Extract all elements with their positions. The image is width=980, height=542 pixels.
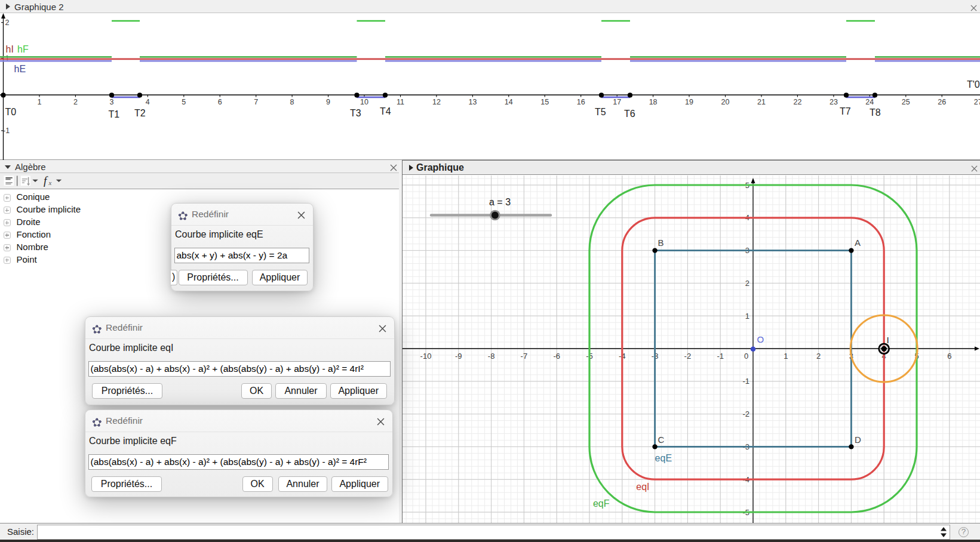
svg-text:23: 23	[830, 98, 838, 106]
svg-text:27: 27	[974, 98, 980, 106]
svg-text:-1: -1	[742, 377, 749, 386]
svg-text:17: 17	[613, 98, 621, 106]
svg-text:hE: hE	[14, 64, 26, 74]
svg-text:4: 4	[146, 98, 150, 106]
svg-text:24: 24	[865, 98, 874, 106]
svg-text:T7: T7	[840, 106, 851, 116]
svg-text:a = 3: a = 3	[489, 197, 511, 207]
svg-text:1: 1	[745, 312, 749, 321]
svg-text:2: 2	[816, 352, 821, 361]
svg-text:hF: hF	[17, 44, 29, 54]
svg-text:16: 16	[577, 98, 585, 106]
svg-text:T8: T8	[870, 107, 881, 118]
svg-text:18: 18	[649, 98, 658, 106]
svg-text:13: 13	[468, 98, 477, 106]
svg-text:1: 1	[38, 98, 42, 106]
svg-text:T5: T5	[595, 107, 606, 117]
svg-text:20: 20	[721, 98, 730, 106]
svg-text:6: 6	[947, 352, 951, 361]
svg-text:2: 2	[745, 279, 749, 288]
svg-text:-10: -10	[420, 352, 432, 361]
svg-text:O: O	[757, 334, 764, 344]
svg-text:C: C	[658, 435, 665, 445]
svg-text:19: 19	[685, 98, 693, 106]
svg-text:8: 8	[290, 98, 294, 106]
svg-text:-7: -7	[521, 352, 528, 361]
svg-text:10: 10	[360, 98, 368, 106]
svg-text:5: 5	[182, 98, 186, 106]
svg-text:-1: -1	[717, 352, 724, 361]
svg-text:T1: T1	[109, 109, 120, 119]
svg-text:21: 21	[757, 98, 766, 106]
svg-text:-8: -8	[488, 352, 495, 361]
svg-text:-6: -6	[553, 352, 560, 361]
svg-text:T6: T6	[624, 109, 635, 119]
svg-text:2: 2	[5, 19, 10, 27]
svg-text:eqI: eqI	[636, 482, 649, 492]
svg-text:0: 0	[744, 352, 748, 361]
svg-text:T2: T2	[134, 108, 146, 118]
svg-text:12: 12	[432, 98, 441, 106]
svg-text:D: D	[855, 435, 861, 445]
svg-text:-2: -2	[742, 409, 749, 418]
svg-text:6: 6	[218, 98, 222, 106]
svg-text:T'0: T'0	[967, 79, 980, 90]
svg-text:22: 22	[793, 98, 801, 106]
svg-text:T3: T3	[350, 108, 361, 118]
svg-text:2: 2	[73, 98, 78, 106]
svg-text:3: 3	[109, 98, 113, 106]
svg-text:-2: -2	[684, 352, 692, 361]
svg-text:-1: -1	[3, 127, 10, 135]
svg-text:26: 26	[938, 98, 946, 106]
svg-text:11: 11	[397, 98, 404, 106]
svg-text:T0: T0	[5, 107, 17, 117]
svg-text:hI: hI	[6, 44, 14, 54]
svg-text:A: A	[855, 238, 861, 248]
svg-text:T4: T4	[380, 106, 391, 116]
svg-text:I: I	[887, 335, 889, 345]
svg-text:1: 1	[784, 352, 788, 361]
svg-text:eqE: eqE	[655, 453, 672, 463]
svg-text:9: 9	[326, 98, 330, 106]
svg-text:eqF: eqF	[593, 498, 610, 509]
svg-text:B: B	[658, 238, 664, 248]
svg-text:25: 25	[902, 98, 910, 106]
svg-text:15: 15	[540, 98, 549, 106]
svg-text:7: 7	[254, 98, 258, 106]
svg-text:14: 14	[505, 98, 513, 106]
svg-text:-9: -9	[455, 352, 462, 361]
